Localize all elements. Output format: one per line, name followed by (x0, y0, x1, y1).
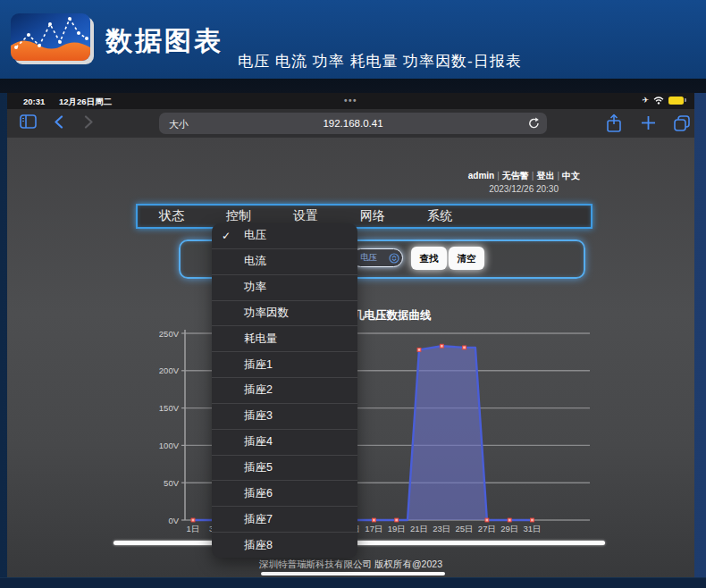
dropdown-item-label: 插座8 (244, 538, 273, 553)
forward-button-icon[interactable] (84, 115, 94, 129)
new-tab-plus-icon[interactable] (640, 114, 657, 131)
svg-text:250V: 250V (159, 329, 180, 339)
airplane-mode-icon: ✈ (642, 96, 649, 105)
svg-text:50V: 50V (164, 478, 180, 488)
svg-text:150V: 150V (159, 403, 180, 413)
nav-tab-2[interactable]: 设置 (293, 208, 318, 224)
svg-text:0V: 0V (168, 516, 179, 525)
dropdown-item-5[interactable]: 插座1 (212, 351, 357, 377)
horizontal-scrollbar[interactable] (113, 541, 605, 545)
nav-tab-3[interactable]: 网络 (360, 208, 385, 224)
svg-text:19日: 19日 (388, 524, 406, 533)
home-indicator[interactable] (261, 572, 445, 575)
dropdown-item-12[interactable]: 插座8 (212, 532, 357, 558)
dropdown-item-label: 插座5 (244, 460, 273, 475)
svg-text:1日: 1日 (187, 524, 200, 533)
checkmark-icon: ✓ (222, 230, 231, 242)
dropdown-item-label: 插座6 (244, 486, 273, 501)
nav-tab-0[interactable]: 状态 (159, 208, 184, 224)
screenshot-stage: 数据图表 电压 电流 功率 耗电量 功率因数-日报表 20:31 12月26日周… (0, 0, 706, 588)
battery-low-power-icon (668, 97, 684, 105)
parameter-dropdown-menu: ✓电压电流功率功率因数耗电量插座1插座2插座3插座4插座5插座6插座7插座8 (212, 223, 357, 558)
browser-toolbar: 大小 192.168.0.41 (7, 109, 694, 138)
nav-tab-4[interactable]: 系统 (427, 208, 452, 224)
dropdown-item-1[interactable]: 电流 (212, 248, 357, 274)
alarm-status-label: 无告警 (502, 171, 529, 181)
svg-text:23日: 23日 (433, 524, 450, 533)
dropdown-item-label: 插座7 (244, 512, 273, 527)
nav-tab-1[interactable]: 控制 (226, 208, 251, 224)
dropdown-item-label: 插座2 (244, 382, 273, 398)
report-subtitle: 电压 电流 功率 耗电量 功率因数-日报表 (206, 51, 554, 71)
device-status-bar: 20:31 12月26日周二 ••• ✈ (7, 93, 694, 109)
dropdown-item-8[interactable]: 插座4 (212, 429, 357, 455)
reload-icon[interactable] (528, 117, 540, 130)
svg-text:17日: 17日 (365, 524, 382, 533)
svg-text:27日: 27日 (478, 524, 496, 533)
dropdown-item-label: 功率 (244, 280, 266, 295)
chart-app-logo-icon (11, 12, 96, 65)
user-session-bar: admin|无告警|登出|中文 (468, 170, 580, 182)
dropdown-item-label: 插座1 (244, 357, 273, 373)
tabs-overview-icon[interactable] (673, 114, 691, 132)
dropdown-item-2[interactable]: 功率 (212, 274, 357, 300)
separator: | (494, 171, 502, 181)
dropdown-item-11[interactable]: 插座7 (212, 506, 357, 532)
app-banner: 数据图表 电压 电流 功率 耗电量 功率因数-日报表 (0, 0, 706, 79)
dropdown-item-0[interactable]: ✓电压 (212, 223, 357, 248)
dropdown-item-label: 功率因数 (244, 306, 289, 321)
svg-text:21日: 21日 (410, 524, 428, 533)
copyright-footer: 深圳特普瑞斯科技有限公司 版权所有@2023 (7, 559, 694, 571)
wifi-icon (653, 97, 664, 105)
session-datetime: 2023/12/26 20:30 (489, 184, 559, 194)
dropdown-item-label: 插座4 (244, 434, 273, 449)
find-button[interactable]: 查找 (411, 247, 447, 270)
status-menu-dots: ••• (7, 96, 694, 105)
dropdown-item-6[interactable]: 插座2 (212, 377, 357, 403)
svg-text:100V: 100V (159, 441, 180, 450)
web-page-content: admin|无告警|登出|中文 2023/12/26 20:30 状态控制设置网… (7, 138, 694, 577)
select-chevron-icon (389, 253, 399, 264)
language-link[interactable]: 中文 (562, 171, 580, 181)
dropdown-item-10[interactable]: 插座6 (212, 480, 357, 506)
parameter-select-value: 电压 (360, 252, 377, 262)
dropdown-item-label: 电流 (244, 254, 266, 269)
banner-divider (0, 79, 706, 93)
share-icon[interactable] (606, 113, 622, 133)
bottom-strip (0, 577, 706, 588)
dropdown-item-label: 电压 (244, 228, 266, 243)
clear-button[interactable]: 清空 (449, 247, 484, 270)
address-bar[interactable]: 大小 192.168.0.41 (159, 113, 547, 134)
parameter-select[interactable]: 电压 (351, 248, 403, 267)
tablet-screen: 20:31 12月26日周二 ••• ✈ (7, 93, 694, 577)
main-nav-bar: 状态控制设置网络系统 (136, 204, 593, 229)
logout-link[interactable]: 登出 (536, 171, 554, 181)
svg-text:31日: 31日 (523, 524, 541, 533)
dropdown-item-label: 插座3 (244, 408, 273, 424)
sidebar-toggle-icon[interactable] (20, 114, 37, 129)
username-label: admin (468, 171, 494, 181)
svg-text:25日: 25日 (456, 524, 474, 533)
back-button-icon[interactable] (54, 115, 63, 129)
dropdown-item-7[interactable]: 插座3 (212, 403, 357, 429)
dropdown-item-4[interactable]: 耗电量 (212, 325, 357, 351)
dropdown-item-9[interactable]: 插座5 (212, 455, 357, 481)
chart-title: 几电压数据曲线 (353, 308, 432, 323)
svg-text:29日: 29日 (500, 524, 518, 533)
svg-text:200V: 200V (159, 365, 180, 375)
dropdown-item-3[interactable]: 功率因数 (212, 300, 357, 326)
url-text: 192.168.0.41 (159, 118, 547, 129)
dropdown-item-label: 耗电量 (244, 332, 278, 347)
